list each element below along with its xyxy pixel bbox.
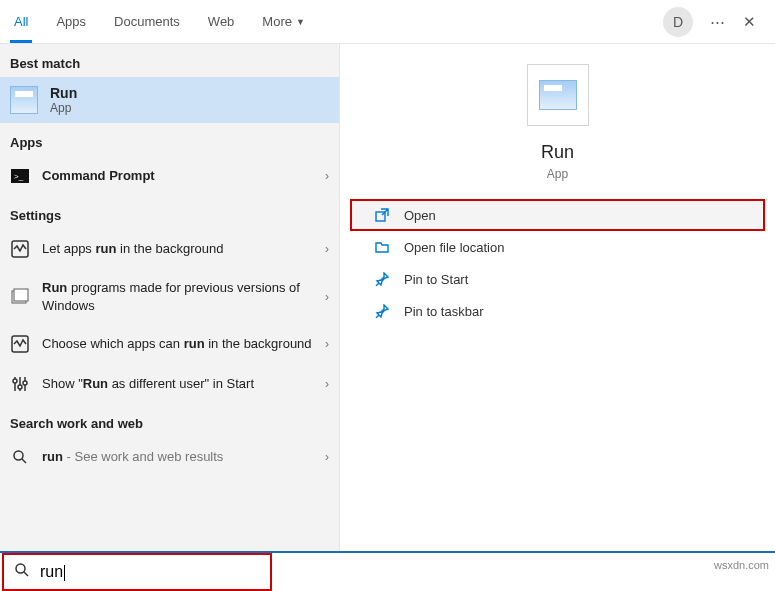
action-open-file-location[interactable]: Open file location xyxy=(350,231,765,263)
tab-web[interactable]: Web xyxy=(194,0,249,43)
user-avatar[interactable]: D xyxy=(663,7,693,37)
action-pin-to-taskbar[interactable]: Pin to taskbar xyxy=(350,295,765,327)
svg-point-9 xyxy=(18,385,22,389)
svg-line-13 xyxy=(22,459,26,463)
result-item[interactable]: Let apps run in the background› xyxy=(0,229,339,269)
result-item[interactable]: Show "Run as different user" in Start› xyxy=(0,364,339,404)
svg-line-16 xyxy=(24,572,28,576)
chevron-right-icon: › xyxy=(325,377,329,391)
cmd-icon: >_ xyxy=(10,166,30,186)
compat-icon xyxy=(10,287,30,307)
preview-subtitle: App xyxy=(547,167,568,181)
tab-all[interactable]: All xyxy=(0,0,42,43)
pin-icon xyxy=(374,271,390,287)
action-label: Open file location xyxy=(404,240,504,255)
search-icon xyxy=(10,447,30,467)
best-match-item[interactable]: Run App xyxy=(0,77,339,123)
results-panel: Best match Run App Apps >_Command Prompt… xyxy=(0,44,340,591)
result-label: Let apps run in the background xyxy=(42,240,313,258)
result-label: Command Prompt xyxy=(42,167,313,185)
svg-point-11 xyxy=(23,381,27,385)
action-label: Pin to taskbar xyxy=(404,304,484,319)
svg-text:>_: >_ xyxy=(14,172,24,181)
preview-title: Run xyxy=(541,142,574,163)
action-pin-to-start[interactable]: Pin to Start xyxy=(350,263,765,295)
section-settings: Settings xyxy=(0,196,339,229)
svg-point-12 xyxy=(14,451,23,460)
section-apps: Apps xyxy=(0,123,339,156)
tab-apps[interactable]: Apps xyxy=(42,0,100,43)
result-label: Run programs made for previous versions … xyxy=(42,279,313,314)
chevron-right-icon: › xyxy=(325,450,329,464)
search-input[interactable]: run xyxy=(40,563,65,581)
result-label: run - See work and web results xyxy=(42,448,313,466)
chevron-right-icon: › xyxy=(325,290,329,304)
section-best-match: Best match xyxy=(0,44,339,77)
search-box[interactable]: run xyxy=(2,553,272,591)
result-item[interactable]: run - See work and web results› xyxy=(0,437,339,477)
sliders-icon xyxy=(10,374,30,394)
preview-panel: Run App OpenOpen file locationPin to Sta… xyxy=(340,44,775,591)
result-label: Show "Run as different user" in Start xyxy=(42,375,313,393)
tab-documents[interactable]: Documents xyxy=(100,0,194,43)
best-match-title: Run xyxy=(50,85,77,101)
best-match-subtitle: App xyxy=(50,101,77,115)
svg-point-15 xyxy=(16,564,25,573)
result-item[interactable]: Run programs made for previous versions … xyxy=(0,269,339,324)
search-icon xyxy=(14,562,30,582)
result-item[interactable]: >_Command Prompt› xyxy=(0,156,339,196)
action-label: Pin to Start xyxy=(404,272,468,287)
result-label: Choose which apps can run in the backgro… xyxy=(42,335,313,353)
watermark: wsxdn.com xyxy=(714,559,769,571)
tab-more[interactable]: More▼ xyxy=(248,0,319,43)
activity-icon xyxy=(10,334,30,354)
activity-icon xyxy=(10,239,30,259)
open-icon xyxy=(374,207,390,223)
action-label: Open xyxy=(404,208,436,223)
pin-icon xyxy=(374,303,390,319)
more-options-button[interactable]: ⋯ xyxy=(701,6,733,38)
chevron-right-icon: › xyxy=(325,169,329,183)
search-bar: run xyxy=(0,551,775,591)
run-app-icon xyxy=(10,86,38,114)
section-search-web: Search work and web xyxy=(0,404,339,437)
preview-app-icon xyxy=(527,64,589,126)
chevron-right-icon: › xyxy=(325,337,329,351)
chevron-right-icon: › xyxy=(325,242,329,256)
close-button[interactable]: ✕ xyxy=(733,6,765,38)
action-open[interactable]: Open xyxy=(350,199,765,231)
top-tabs-bar: AllAppsDocumentsWebMore▼ D ⋯ ✕ xyxy=(0,0,775,44)
result-item[interactable]: Choose which apps can run in the backgro… xyxy=(0,324,339,364)
svg-point-7 xyxy=(13,379,17,383)
svg-rect-4 xyxy=(14,289,28,301)
folder-icon xyxy=(374,239,390,255)
